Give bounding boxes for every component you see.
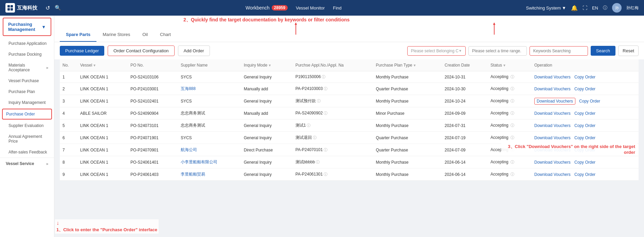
cell-supplier: SYCS — [178, 71, 241, 83]
tab-marine-stores[interactable]: Marine Stores — [96, 28, 136, 42]
col-inquiry-mode[interactable]: Inquiry Mode▼ — [241, 59, 293, 71]
copy-order-link[interactable]: Copy Order — [574, 87, 595, 91]
help-icon[interactable]: ⓘ — [603, 5, 607, 11]
download-vouchers-link[interactable]: Download Vouchers — [534, 160, 571, 165]
sort-icon-status: ▼ — [503, 63, 506, 67]
lang-selector[interactable]: EN — [592, 5, 598, 11]
annotation-top-bar: 2、Quickly find the target documentation … — [54, 16, 644, 28]
workbench-button[interactable]: Workbench 28959 — [246, 5, 288, 11]
copy-order-link[interactable]: Copy Order — [574, 111, 595, 116]
col-plan-type[interactable]: Purchase Plan Type▼ — [373, 59, 442, 71]
cell-creation-date: 2024-10-31 — [442, 71, 488, 83]
toolbar: Purchase Ledger Order Contact Configurat… — [54, 42, 644, 59]
download-vouchers-link[interactable]: Download Vouchers — [534, 135, 571, 140]
cell-plan-type: Monthly Purchase — [373, 71, 442, 83]
table-row: 2 LINK OCEAN 1 PO-P24103001 互海888 Manual… — [60, 83, 639, 95]
reset-button[interactable]: Reset — [618, 45, 639, 56]
add-order-button[interactable]: Add Order — [178, 45, 210, 56]
download-vouchers-link[interactable]: Download Vouchers — [534, 87, 571, 91]
table-row: 7 LINK OCEAN 1 PO-P24070901 航海公司 Direct … — [60, 144, 639, 156]
cell-po-no: PO-S24090904 — [128, 107, 178, 120]
arrow-right: ▲ — [494, 24, 495, 35]
copy-order-link[interactable]: Copy Order — [574, 148, 595, 152]
table-row: 6 LINK OCEAN 1 PO-P24071901 SYCS General… — [60, 132, 639, 144]
copy-order-link[interactable]: Copy Order — [574, 75, 595, 79]
sidebar-item-materials-acceptance[interactable]: Materials Acceptance ► — [0, 60, 54, 75]
download-vouchers-link[interactable]: Download Vouchers — [534, 148, 571, 152]
sidebar-item-annual-agreement-price[interactable]: Annual Agreement Price — [0, 131, 54, 147]
sidebar-item-inquiry-management[interactable]: Inquiry Management — [0, 97, 54, 108]
cell-po-no: PO-S24102401 — [128, 95, 178, 107]
cell-status: Accepting ⓘ — [488, 107, 532, 120]
username: 孙红梅 — [626, 5, 639, 11]
sidebar-item-supplier-evaluation[interactable]: Supplier Evaluation — [0, 120, 54, 131]
fullscreen-icon[interactable]: ⛶ — [583, 5, 587, 11]
orders-table-wrap: No. Vessel▼ PO No. Supplier Name Inquiry… — [54, 59, 644, 186]
sidebar-item-vessel-purchase[interactable]: Vessel Purchase — [0, 75, 54, 86]
sidebar-item-purchase-docking[interactable]: Purchase Docking — [0, 49, 54, 60]
sort-icon-plan: ▼ — [413, 63, 416, 67]
cell-vessel: LINK OCEAN 1 — [77, 120, 128, 132]
cell-plan-type: Quarter Purchase — [373, 83, 442, 95]
cell-po-no: PO-S24103106 — [128, 71, 178, 83]
col-no: No. — [60, 59, 77, 71]
cell-vessel: LINK OCEAN 1 — [77, 132, 128, 144]
download-vouchers-link[interactable]: Download Vouchers — [534, 123, 571, 128]
col-status[interactable]: Status▼ — [488, 59, 532, 71]
belonging-select[interactable]: Please select Belonging C ▼ — [407, 46, 466, 56]
purchase-ledger-button[interactable]: Purchase Ledger — [60, 46, 104, 56]
home-icon[interactable]: ↺ — [46, 5, 50, 11]
search-button[interactable]: Search — [591, 46, 615, 56]
keywords-search-input[interactable] — [530, 46, 588, 56]
col-vessel[interactable]: Vessel▼ — [77, 59, 128, 71]
cell-supplier: SYCS — [178, 95, 241, 107]
chevron-down-icon: ▼ — [459, 49, 462, 53]
cell-creation-date: 2024-10-30 — [442, 83, 488, 95]
tab-chart[interactable]: Chart — [154, 28, 177, 42]
cell-appl-no: P1901150006ⓘ — [293, 71, 373, 83]
copy-order-link[interactable]: Copy Order — [574, 172, 595, 177]
notification-icon[interactable]: 🔔 — [571, 5, 578, 11]
cell-status: Accepting ⓘ — [488, 120, 532, 132]
date-range-input[interactable] — [468, 46, 527, 56]
download-vouchers-link[interactable]: Download Vouchers — [534, 98, 575, 105]
sidebar-item-vessel-service[interactable]: Vessel Service ► — [0, 158, 54, 169]
download-vouchers-link[interactable]: Download Vouchers — [534, 111, 571, 116]
copy-order-link[interactable]: Copy Order — [574, 160, 595, 165]
sidebar-item-purchase-application[interactable]: Purchase Application — [0, 38, 54, 49]
download-vouchers-link[interactable]: Download Vouchers — [534, 172, 571, 177]
cell-inquiry-mode: General Inquiry — [241, 120, 293, 132]
table-row: 4 ABLE SAILOR PO-S24090904 忠忠商务测试 Manual… — [60, 107, 639, 120]
sidebar-purchasing-header[interactable]: Purchasing Management ▼ — [3, 18, 51, 36]
find-link[interactable]: Find — [333, 5, 341, 11]
copy-order-link[interactable]: Copy Order — [574, 123, 595, 128]
tabs-bar: Spare Parts Marine Stores Oil Chart — [54, 28, 644, 42]
cell-operation: Download Vouchers Copy Order — [532, 107, 639, 120]
page-wrapper: 2、Quickly find the target documentation … — [54, 16, 644, 186]
svg-rect-2 — [7, 8, 10, 11]
avatar[interactable]: 孙 — [612, 3, 622, 13]
copy-order-link[interactable]: Copy Order — [579, 99, 600, 104]
cell-inquiry-mode: General Inquiry — [241, 168, 293, 181]
arrow-left: ▲ — [296, 24, 296, 35]
sidebar-item-after-sales-feedback[interactable]: After-sales Feedback — [0, 147, 54, 158]
svg-rect-1 — [11, 5, 13, 7]
cell-appl-no: 测试1ⓘ — [293, 120, 373, 132]
search-icon[interactable]: 🔍 — [55, 5, 61, 11]
cell-inquiry-mode: Manually add — [241, 83, 293, 95]
sidebar-item-purchase-order[interactable]: Purchase Order — [2, 109, 52, 120]
cell-po-no: PO-P24103001 — [128, 83, 178, 95]
switching-system-button[interactable]: Switching System ▼ — [526, 5, 566, 11]
order-contact-config-button[interactable]: Order Contact Configuration — [108, 45, 175, 56]
cell-supplier: 互海888 — [178, 83, 241, 95]
download-vouchers-link[interactable]: Download Vouchers — [534, 75, 571, 79]
workbench-label: Workbench — [246, 5, 270, 11]
cell-supplier: 小李昱船舶有限公司 — [178, 156, 241, 168]
cell-vessel: LINK OCEAN 1 — [77, 144, 128, 156]
sidebar-item-purchase-plan[interactable]: Purchase Plan — [0, 86, 54, 97]
tab-oil[interactable]: Oil — [136, 28, 154, 42]
copy-order-link[interactable]: Copy Order — [574, 135, 595, 140]
tab-spare-parts[interactable]: Spare Parts — [60, 28, 96, 42]
vessel-monitor-link[interactable]: Vessel Monitor — [296, 5, 325, 11]
cell-vessel: ABLE SAILOR — [77, 107, 128, 120]
